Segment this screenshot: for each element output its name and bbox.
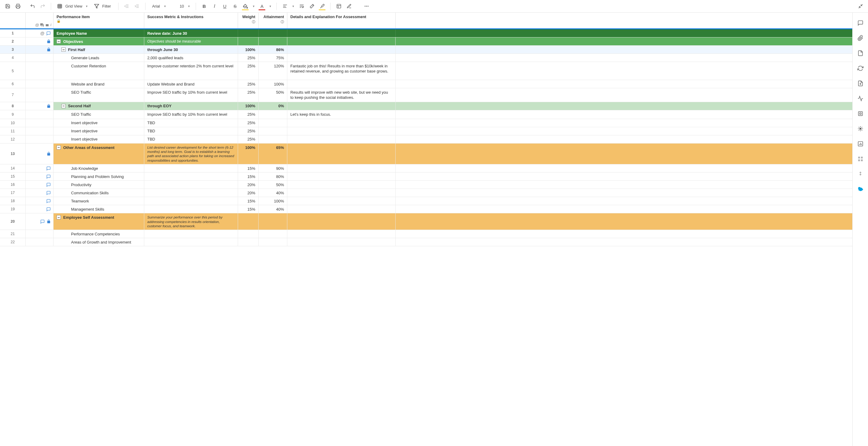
table-row[interactable]: 21Performance Competencies	[0, 230, 852, 238]
cell-weight[interactable]: 100%	[238, 102, 258, 110]
font-dropdown[interactable]: Arial ▼	[149, 4, 168, 8]
cell-performance-item[interactable]: Insert objective	[54, 127, 144, 135]
cell-details[interactable]	[287, 135, 396, 143]
cell-weight[interactable]	[238, 213, 258, 230]
cell-details[interactable]	[287, 127, 396, 135]
cell-performance-item[interactable]: Insert objective	[54, 135, 144, 143]
cell-attainment[interactable]: 40%	[258, 205, 287, 213]
cell-attainment[interactable]: 65%	[258, 143, 287, 164]
highlight-changes-button[interactable]	[344, 2, 353, 11]
cell-weight[interactable]: 25%	[238, 135, 258, 143]
cell-performance-item[interactable]: SEO Traffic	[54, 88, 144, 102]
cell-weight[interactable]: 25%	[238, 110, 258, 119]
cell-success-metric[interactable]: Summarize your performance over this per…	[144, 213, 238, 230]
underline-button[interactable]: U	[220, 2, 229, 11]
cell-weight[interactable]	[238, 37, 258, 45]
cell-details[interactable]	[287, 80, 396, 88]
cell-details[interactable]	[287, 54, 396, 62]
cell-performance-item[interactable]: Communication Skills	[54, 189, 144, 197]
proofs-button[interactable]	[856, 49, 865, 58]
table-row[interactable]: 4Generate Leads2,000 qualified leads25%7…	[0, 54, 852, 62]
cell-performance-item[interactable]: −Objectives	[54, 37, 144, 45]
cell-attainment[interactable]	[258, 213, 287, 230]
cell-success-metric[interactable]: TBD	[144, 127, 238, 135]
cell-attainment[interactable]: 80%	[258, 173, 287, 180]
table-row[interactable]: 11Insert objectiveTBD25%	[0, 127, 852, 135]
col-success-metric[interactable]: Success Metric & Instructions	[144, 13, 238, 28]
cell-details[interactable]	[287, 181, 396, 188]
collapse-toggle[interactable]: −	[57, 215, 61, 219]
cell-performance-item[interactable]: Customer Retention	[54, 62, 144, 80]
cell-details[interactable]	[287, 173, 396, 180]
table-row[interactable]: 3−First Halfthrough June 30100%86%	[0, 46, 852, 54]
cell-details[interactable]	[287, 205, 396, 213]
cell-attainment[interactable]	[258, 29, 287, 37]
apps-button[interactable]	[856, 155, 865, 163]
cell-weight[interactable]: 15%	[238, 205, 258, 213]
cell-success-metric[interactable]	[144, 205, 238, 213]
collapse-toggle[interactable]: −	[57, 39, 61, 43]
update-requests-button[interactable]	[856, 64, 865, 72]
cell-performance-item[interactable]: Performance Competencies	[54, 230, 144, 238]
comment-icon[interactable]	[40, 219, 45, 224]
table-row[interactable]: 14Job Knowledge15%90%	[0, 164, 852, 173]
table-row[interactable]: 8−Second Halfthrough EOY100%0%	[0, 102, 852, 110]
cell-attainment[interactable]	[258, 238, 287, 246]
cell-details[interactable]: Let's keep this in focus.	[287, 110, 396, 119]
cell-attainment[interactable]: 75%	[258, 54, 287, 62]
table-row[interactable]: 2−ObjectivesObjectives should be measura…	[0, 37, 852, 46]
cell-attainment[interactable]	[258, 37, 287, 45]
cell-attainment[interactable]: 50%	[258, 181, 287, 188]
cell-details[interactable]	[287, 119, 396, 127]
cell-performance-item[interactable]: Insert objective	[54, 119, 144, 127]
row-number[interactable]: 7	[0, 88, 26, 102]
row-number[interactable]: 21	[0, 230, 26, 238]
cell-performance-item[interactable]: Website and Brand	[54, 80, 144, 88]
row-number[interactable]: 20	[0, 213, 26, 230]
table-row[interactable]: 18Teamwork15%100%	[0, 197, 852, 205]
cell-performance-item[interactable]: −Other Areas of Assessment	[54, 143, 144, 164]
cell-attainment[interactable]	[258, 110, 287, 119]
row-number[interactable]: 3	[0, 46, 26, 54]
cell-details[interactable]	[287, 37, 396, 45]
cell-performance-item[interactable]: Management Skills	[54, 205, 144, 213]
collapse-toggle[interactable]: −	[57, 145, 61, 149]
filter-button[interactable]: Filter	[92, 2, 115, 11]
cell-attainment[interactable]: 40%	[258, 189, 287, 197]
cell-performance-item[interactable]: Job Knowledge	[54, 164, 144, 172]
cell-performance-item[interactable]: SEO Traffic	[54, 110, 144, 119]
summary-button[interactable]	[856, 109, 865, 118]
row-number[interactable]: 18	[0, 197, 26, 205]
row-number[interactable]: 10	[0, 119, 26, 127]
cell-success-metric[interactable]: Improve customer retention 2% from curre…	[144, 62, 238, 80]
cell-success-metric[interactable]	[144, 164, 238, 172]
cell-details[interactable]: Results will improve with new web site, …	[287, 88, 396, 102]
cell-details[interactable]	[287, 164, 396, 172]
cell-success-metric[interactable]: List desired career development for the …	[144, 143, 238, 164]
cell-details[interactable]	[287, 213, 396, 230]
italic-button[interactable]: I	[210, 2, 219, 11]
cell-success-metric[interactable]: TBD	[144, 135, 238, 143]
cell-weight[interactable]: 20%	[238, 181, 258, 188]
indent-button[interactable]	[132, 2, 142, 11]
cell-success-metric[interactable]: Objectives should be measurable	[144, 37, 238, 45]
col-details[interactable]: Details and Explanation For Assessment	[287, 13, 396, 28]
row-number[interactable]: 1	[0, 29, 26, 37]
cell-attainment[interactable]: 100%	[258, 197, 287, 205]
cell-performance-item[interactable]: −First Half	[54, 46, 144, 54]
comment-icon[interactable]	[46, 31, 51, 36]
cell-details[interactable]	[287, 143, 396, 164]
cell-attainment[interactable]	[258, 119, 287, 127]
cell-performance-item[interactable]: Planning and Problem Solving	[54, 173, 144, 180]
salesforce-button[interactable]	[856, 185, 865, 194]
grid-view-dropdown[interactable]: Grid View ▼	[55, 2, 90, 11]
cell-performance-item[interactable]: −Second Half	[54, 102, 144, 110]
exit-fullscreen-button[interactable]	[856, 2, 865, 11]
cell-performance-item[interactable]: Areas of Growth and Improvement	[54, 238, 144, 246]
row-number[interactable]: 16	[0, 181, 26, 188]
col-performance-item[interactable]: Performance Item 🔒	[54, 13, 144, 28]
row-number[interactable]: 13	[0, 143, 26, 164]
cell-performance-item[interactable]: Teamwork	[54, 197, 144, 205]
table-row[interactable]: 16Productivity20%50%	[0, 181, 852, 189]
work-insights-button[interactable]	[856, 140, 865, 148]
